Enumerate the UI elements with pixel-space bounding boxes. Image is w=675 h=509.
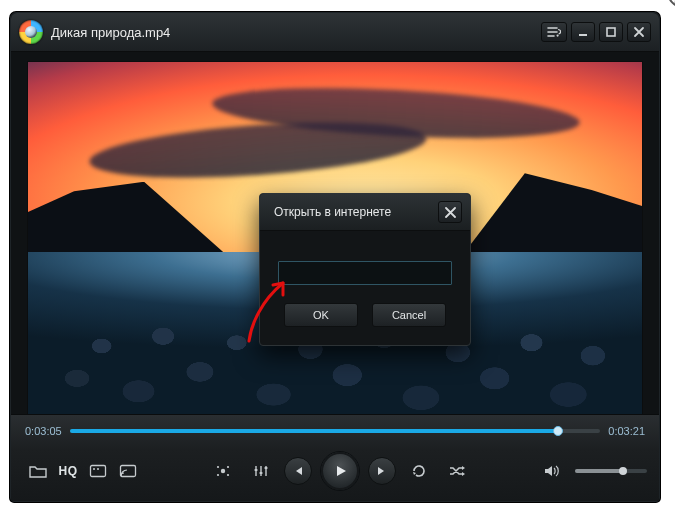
dialog-title: Открыть в интернете (274, 205, 438, 219)
url-input[interactable] (279, 262, 451, 284)
next-button[interactable] (368, 457, 396, 485)
media-player-window: Дикая природа.mp4 (10, 12, 660, 502)
window-title: Дикая природа.mp4 (51, 25, 170, 40)
close-button[interactable] (627, 22, 651, 42)
volume-icon[interactable] (540, 459, 564, 483)
open-file-button[interactable] (26, 459, 50, 483)
svg-rect-2 (607, 28, 615, 36)
svg-rect-12 (255, 469, 258, 471)
time-elapsed: 0:03:05 (25, 425, 62, 437)
play-button[interactable] (320, 451, 360, 491)
svg-point-5 (97, 468, 99, 470)
prev-button[interactable] (284, 457, 312, 485)
maximize-button[interactable] (599, 22, 623, 42)
svg-point-0 (557, 35, 559, 37)
svg-rect-3 (91, 466, 106, 477)
open-url-dialog: Открыть в интернете OK Cancel (259, 193, 471, 346)
playlist-button[interactable] (541, 22, 567, 42)
svg-point-10 (217, 474, 219, 476)
app-logo-icon (19, 20, 43, 44)
dialog-close-button[interactable] (438, 201, 462, 223)
hq-toggle[interactable]: HQ (56, 459, 80, 483)
svg-rect-1 (579, 34, 587, 36)
svg-point-4 (93, 468, 95, 470)
url-input-wrap (278, 261, 452, 285)
seek-slider[interactable] (70, 429, 601, 433)
svg-point-11 (227, 474, 229, 476)
svg-point-8 (217, 466, 219, 468)
repeat-button[interactable] (407, 459, 431, 483)
svg-point-7 (221, 469, 225, 473)
cancel-button[interactable]: Cancel (372, 303, 446, 327)
settings-button[interactable] (211, 459, 235, 483)
svg-rect-13 (260, 472, 263, 474)
equalizer-button[interactable] (249, 459, 273, 483)
volume-slider[interactable] (575, 469, 647, 473)
svg-point-9 (227, 466, 229, 468)
shuffle-button[interactable] (445, 459, 469, 483)
control-bar: 0:03:05 0:03:21 HQ (11, 414, 659, 501)
minimize-button[interactable] (571, 22, 595, 42)
cast-button[interactable] (116, 459, 140, 483)
titlebar: Дикая природа.mp4 (11, 13, 659, 52)
subtitles-button[interactable] (86, 459, 110, 483)
help-callout-icon (667, 0, 675, 8)
ok-button[interactable]: OK (284, 303, 358, 327)
time-total: 0:03:21 (608, 425, 645, 437)
svg-rect-14 (265, 467, 268, 469)
